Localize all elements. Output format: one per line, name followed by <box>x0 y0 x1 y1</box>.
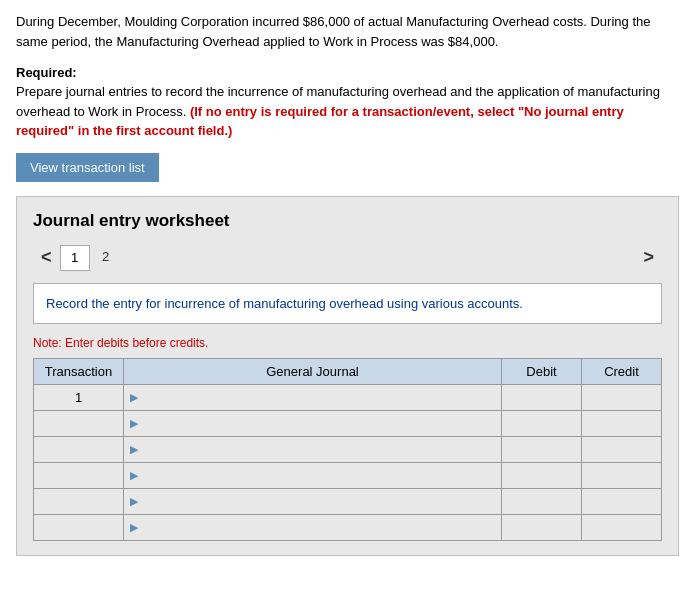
required-text: Prepare journal entries to record the in… <box>16 82 679 141</box>
cell-transaction-4 <box>34 489 124 515</box>
cell-debit-1[interactable] <box>502 411 582 437</box>
debit-input-0[interactable] <box>506 390 577 405</box>
cell-journal-0[interactable]: ▶ <box>124 385 502 411</box>
cell-credit-4[interactable] <box>582 489 662 515</box>
header-debit: Debit <box>502 359 582 385</box>
pagination-nav: < 1 2 > <box>33 245 662 271</box>
header-credit: Credit <box>582 359 662 385</box>
header-journal: General Journal <box>124 359 502 385</box>
debit-input-5[interactable] <box>506 520 577 535</box>
debit-input-2[interactable] <box>506 442 577 457</box>
cell-journal-2[interactable]: ▶ <box>124 437 502 463</box>
debit-input-3[interactable] <box>506 468 577 483</box>
cell-transaction-3 <box>34 463 124 489</box>
cell-credit-3[interactable] <box>582 463 662 489</box>
cell-transaction-5 <box>34 515 124 541</box>
journal-input-2[interactable] <box>142 442 497 457</box>
cell-transaction-1 <box>34 411 124 437</box>
cell-journal-3[interactable]: ▶ <box>124 463 502 489</box>
cell-credit-1[interactable] <box>582 411 662 437</box>
debit-input-1[interactable] <box>506 416 577 431</box>
journal-input-3[interactable] <box>142 468 497 483</box>
journal-table: Transaction General Journal Debit Credit… <box>33 358 662 541</box>
worksheet-title: Journal entry worksheet <box>33 211 662 231</box>
note-text: Note: Enter debits before credits. <box>33 336 662 350</box>
row-arrow-icon-1: ▶ <box>130 417 142 430</box>
cell-debit-2[interactable] <box>502 437 582 463</box>
table-row: ▶ <box>34 463 662 489</box>
table-row: 1▶ <box>34 385 662 411</box>
header-transaction: Transaction <box>34 359 124 385</box>
credit-input-5[interactable] <box>586 520 657 535</box>
view-transaction-list-button[interactable]: View transaction list <box>16 153 159 182</box>
journal-input-4[interactable] <box>142 494 497 509</box>
cell-debit-4[interactable] <box>502 489 582 515</box>
table-row: ▶ <box>34 437 662 463</box>
debit-input-4[interactable] <box>506 494 577 509</box>
journal-entry-worksheet: Journal entry worksheet < 1 2 > Record t… <box>16 196 679 557</box>
table-header-row: Transaction General Journal Debit Credit <box>34 359 662 385</box>
page-2-button[interactable]: 2 <box>96 245 116 271</box>
cell-credit-5[interactable] <box>582 515 662 541</box>
next-page-button[interactable]: > <box>635 245 662 270</box>
entry-description: Record the entry for incurrence of manuf… <box>33 283 662 325</box>
table-row: ▶ <box>34 515 662 541</box>
cell-credit-2[interactable] <box>582 437 662 463</box>
credit-input-4[interactable] <box>586 494 657 509</box>
row-arrow-icon-2: ▶ <box>130 443 142 456</box>
journal-input-5[interactable] <box>142 520 497 535</box>
table-row: ▶ <box>34 411 662 437</box>
credit-input-1[interactable] <box>586 416 657 431</box>
cell-journal-4[interactable]: ▶ <box>124 489 502 515</box>
cell-debit-5[interactable] <box>502 515 582 541</box>
row-arrow-icon-4: ▶ <box>130 495 142 508</box>
credit-input-0[interactable] <box>586 390 657 405</box>
cell-debit-3[interactable] <box>502 463 582 489</box>
cell-transaction-0: 1 <box>34 385 124 411</box>
row-arrow-icon-0: ▶ <box>130 391 142 404</box>
cell-journal-1[interactable]: ▶ <box>124 411 502 437</box>
cell-credit-0[interactable] <box>582 385 662 411</box>
cell-transaction-2 <box>34 437 124 463</box>
required-label: Required: <box>16 65 679 80</box>
table-row: ▶ <box>34 489 662 515</box>
intro-paragraph: During December, Moulding Corporation in… <box>16 12 679 51</box>
row-arrow-icon-5: ▶ <box>130 521 142 534</box>
page-1-button[interactable]: 1 <box>60 245 90 271</box>
credit-input-2[interactable] <box>586 442 657 457</box>
cell-journal-5[interactable]: ▶ <box>124 515 502 541</box>
cell-debit-0[interactable] <box>502 385 582 411</box>
journal-input-1[interactable] <box>142 416 497 431</box>
journal-input-0[interactable] <box>142 390 497 405</box>
prev-page-button[interactable]: < <box>33 245 60 270</box>
row-arrow-icon-3: ▶ <box>130 469 142 482</box>
credit-input-3[interactable] <box>586 468 657 483</box>
